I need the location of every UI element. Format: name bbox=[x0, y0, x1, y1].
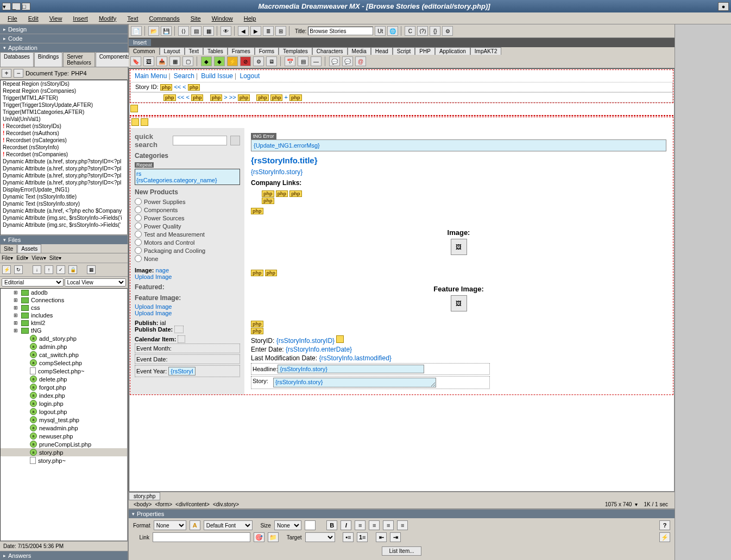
document-tab[interactable]: story.php bbox=[129, 492, 160, 500]
code-panel-header[interactable]: Code bbox=[0, 34, 128, 43]
insert-email-icon[interactable]: @ bbox=[355, 56, 366, 66]
nav-back-icon[interactable]: ◀ bbox=[238, 26, 249, 36]
align-right-button[interactable]: ≡ bbox=[383, 520, 394, 530]
np-radio[interactable] bbox=[135, 255, 142, 262]
file-tree-item[interactable]: aforgot.php bbox=[1, 383, 127, 391]
behavior-item[interactable]: Trigger(MTM1,AFTER) bbox=[1, 94, 127, 101]
insert-cat-characters[interactable]: Characters bbox=[312, 47, 348, 55]
browse-folder-icon[interactable]: 📁 bbox=[268, 532, 279, 542]
font-a-icon[interactable]: A bbox=[190, 520, 200, 530]
insert-image-icon[interactable]: 🖼 bbox=[143, 56, 154, 66]
get-icon[interactable]: ↓ bbox=[33, 265, 41, 274]
design-panel-header[interactable]: Design bbox=[0, 24, 128, 34]
ol-button[interactable]: 1≡ bbox=[357, 532, 368, 542]
site-select[interactable]: Editorial bbox=[2, 278, 64, 287]
file-tree[interactable]: ⊞adodb⊞Connections⊞css⊞includes⊞ktml2⊞tN… bbox=[0, 288, 128, 541]
files-panel-header[interactable]: Files bbox=[0, 235, 128, 244]
behavior-item[interactable]: Recordset (rsStoryInfo) bbox=[1, 144, 127, 151]
new-doc-icon[interactable]: 📄 bbox=[131, 26, 142, 36]
behavior-item[interactable]: Recordset (rsCompanies) bbox=[1, 151, 127, 158]
file-tree-item[interactable]: amysql_test.php bbox=[1, 416, 127, 424]
checkout-icon[interactable]: ✓ bbox=[56, 265, 65, 274]
point-to-file-icon[interactable]: 🎯 bbox=[254, 532, 264, 542]
insert-cat-tables[interactable]: Tables bbox=[203, 47, 228, 55]
insert-cat-impakt2[interactable]: ImpAKT2 bbox=[470, 47, 502, 55]
design-view[interactable]: Main Menu| Search| Build Issue| Logout S… bbox=[129, 68, 675, 492]
insert-cat-layout[interactable]: Layout bbox=[160, 47, 185, 55]
behavior-item[interactable]: Dynamic Attribute (img.src, $rsStoryInfo… bbox=[1, 221, 127, 228]
nav-list-icon[interactable]: ≣ bbox=[263, 26, 274, 36]
upload-image-link-3[interactable]: Upload Image bbox=[135, 310, 172, 316]
behavior-item[interactable]: Dynamic Attribute (a.href, story.php?sto… bbox=[1, 158, 127, 165]
file-tree-item[interactable]: apruneCompList.php bbox=[1, 440, 127, 448]
minimize-button[interactable]: _ bbox=[12, 3, 21, 10]
behavior-item[interactable]: UniVal(UniVal1) bbox=[1, 116, 127, 123]
properties-header[interactable]: Properties bbox=[129, 509, 675, 518]
checkin-icon[interactable]: 🔒 bbox=[68, 265, 77, 274]
validate-icon[interactable]: ⟨?⟩ bbox=[417, 26, 428, 36]
headline-input[interactable] bbox=[278, 365, 424, 373]
maximize-button[interactable]: □ bbox=[22, 3, 30, 10]
insert-cat-frames[interactable]: Frames bbox=[228, 47, 255, 55]
np-radio[interactable] bbox=[135, 239, 142, 246]
design-view-icon[interactable]: ▦ bbox=[203, 26, 214, 36]
tag-div-story[interactable]: <div.story> bbox=[211, 501, 241, 507]
file-tree-item[interactable]: anewuser.php bbox=[1, 432, 127, 440]
insert-cat-head[interactable]: Head bbox=[371, 47, 393, 55]
menu-file[interactable]: File bbox=[2, 14, 23, 23]
file-tree-item[interactable]: ⊞adodb bbox=[1, 289, 127, 296]
insert-comment-icon[interactable]: 💬 bbox=[329, 56, 340, 66]
insert-table-icon[interactable]: ▦ bbox=[169, 56, 180, 66]
close-button[interactable]: ● bbox=[718, 2, 729, 11]
format-select[interactable]: None bbox=[154, 520, 186, 530]
behavior-item[interactable]: DisplayError(Update_tNG1) bbox=[1, 186, 127, 193]
tag-form[interactable]: <form> bbox=[153, 501, 174, 507]
align-center-button[interactable]: ≡ bbox=[369, 520, 380, 530]
insert-tag-icon[interactable]: 🔖 bbox=[130, 56, 141, 66]
file-tree-item[interactable]: aadmin.php bbox=[1, 342, 127, 351]
insert-tabular-icon[interactable]: ▤ bbox=[298, 56, 308, 66]
tag-body[interactable]: <body> bbox=[132, 501, 153, 507]
insert-cat-text[interactable]: Text bbox=[185, 47, 203, 55]
insert-layer-icon[interactable]: ▢ bbox=[182, 56, 193, 66]
ut-icon[interactable]: Ut bbox=[375, 26, 386, 36]
file-tree-item[interactable]: anewadmin.php bbox=[1, 424, 127, 432]
c-icon[interactable]: C bbox=[405, 26, 415, 36]
put-icon[interactable]: ↑ bbox=[45, 265, 53, 274]
size-select[interactable]: None bbox=[274, 520, 301, 530]
file-tree-item[interactable]: aadd_story.php bbox=[1, 334, 127, 342]
insert-panel-label[interactable]: Insert bbox=[129, 39, 151, 46]
outdent-button[interactable]: ⇤ bbox=[376, 532, 387, 542]
menu-text[interactable]: Text bbox=[122, 14, 143, 23]
window-menu-button[interactable]: ▾ bbox=[2, 3, 11, 10]
upload-image-link[interactable]: Upload Image bbox=[135, 273, 172, 280]
split-view-icon[interactable]: ▤ bbox=[191, 26, 201, 36]
np-radio[interactable] bbox=[135, 206, 142, 213]
menu-commands[interactable]: Commands bbox=[143, 14, 185, 23]
refresh-icon[interactable]: ↻ bbox=[14, 265, 23, 274]
server-behaviors-list[interactable]: Repeat Region (rsStoryIDs)Repeat Region … bbox=[0, 80, 128, 235]
file-tree-item[interactable]: acompSelect.php bbox=[1, 359, 127, 367]
upload-image-link-2[interactable]: Upload Image bbox=[135, 303, 172, 310]
nav-split-icon[interactable]: ⊞ bbox=[275, 26, 286, 36]
np-radio[interactable] bbox=[135, 231, 142, 238]
live-icon[interactable]: 👁 bbox=[220, 26, 231, 36]
insert-cat-forms[interactable]: Forms bbox=[255, 47, 279, 55]
nav-search[interactable]: Search bbox=[174, 72, 194, 80]
quick-search-button[interactable] bbox=[230, 136, 240, 145]
file-tree-item[interactable]: ⊞css bbox=[1, 304, 127, 311]
files-menu-view[interactable]: View▾ bbox=[31, 255, 46, 261]
behavior-item[interactable]: Dynamic Attribute (a.href, story.php?sto… bbox=[1, 172, 127, 179]
menu-view[interactable]: View bbox=[44, 14, 68, 23]
tab-server-behaviors[interactable]: Server Behaviors bbox=[63, 52, 94, 67]
answers-panel-header[interactable]: Answers bbox=[0, 551, 128, 560]
behavior-item[interactable]: Recordset (rsStoryIDs) bbox=[1, 123, 127, 130]
insert-cat-templates[interactable]: Templates bbox=[279, 47, 312, 55]
np-radio[interactable] bbox=[135, 247, 142, 254]
file-tree-item[interactable]: ⊞ktml2 bbox=[1, 319, 127, 327]
behavior-item[interactable]: Dynamic Attribute (a.href, story.php?sto… bbox=[1, 179, 127, 186]
np-radio[interactable] bbox=[135, 222, 142, 230]
menu-help[interactable]: Help bbox=[238, 14, 262, 23]
insert-cat-media[interactable]: Media bbox=[348, 47, 371, 55]
files-menu-file[interactable]: File▾ bbox=[2, 255, 13, 261]
